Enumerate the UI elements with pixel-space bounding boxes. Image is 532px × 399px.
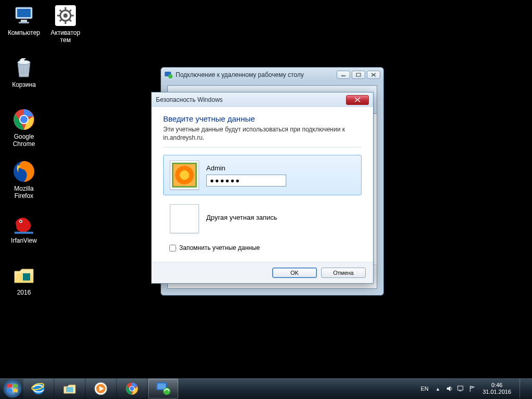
account-name: Admin [206,164,355,172]
show-desktop-button[interactable] [520,379,527,398]
date: 31.01.2016 [483,389,511,395]
rdp-icon [164,71,172,79]
desktop-icon-firefox[interactable]: Mozilla Firefox [4,159,44,200]
firefox-icon [11,159,36,184]
tray-chevron-icon[interactable]: ▴ [434,384,442,393]
svg-rect-22 [15,232,33,234]
remember-credentials[interactable]: Запомнить учетные данные [169,244,362,251]
taskbar: EN ▴ 0:46 31.01.2016 [0,378,532,399]
svg-rect-44 [157,383,166,389]
security-heading: Введите учетные данные [163,114,362,123]
svg-rect-2 [21,20,27,22]
svg-point-21 [20,221,22,222]
recycle-bin-icon [11,55,36,80]
taskbar-item-explorer[interactable] [55,379,85,398]
svg-rect-46 [458,386,463,390]
label: Корзина [4,81,44,88]
password-field[interactable] [206,175,286,187]
svg-rect-27 [356,73,361,76]
account-tile-admin[interactable]: Admin [163,155,362,195]
cancel-button[interactable]: Отмена [321,268,366,278]
remember-label: Запомнить учетные данные [179,244,260,251]
svg-rect-47 [459,391,461,391]
security-dialog: Безопасность Windows Введите учетные дан… [151,92,374,284]
remember-checkbox[interactable] [169,245,176,251]
label: Mozilla Firefox [4,185,44,200]
time: 0:46 [483,382,511,389]
label: Компьютер [4,29,44,36]
taskbar-item-chrome[interactable] [117,379,147,398]
svg-rect-23 [23,273,30,281]
computer-icon [11,3,36,28]
label: Активатор тем [46,29,85,44]
security-title-text: Безопасность Windows [156,96,223,103]
svg-point-15 [18,60,30,64]
svg-point-34 [4,380,21,397]
desktop-icon-folder-2016[interactable]: 2016 [4,263,44,296]
taskbar-item-wmp[interactable] [86,379,116,398]
flag-icon[interactable] [468,384,476,393]
system-tray: EN ▴ 0:46 31.01.2016 [419,379,530,398]
avatar [170,161,199,190]
network-icon[interactable] [457,384,465,393]
avatar [170,204,199,233]
language-indicator[interactable]: EN [419,384,431,393]
minimize-button[interactable] [337,71,350,79]
svg-rect-37 [66,387,73,392]
chrome-icon [11,107,36,132]
desktop-icon-recycle-bin[interactable]: Корзина [4,55,44,88]
label: Google Chrome [4,133,44,148]
irfanview-icon [11,211,36,236]
desktop-icon-chrome[interactable]: Google Chrome [4,107,44,148]
taskbar-item-rdp[interactable] [148,379,178,398]
desktop-icon-irfanview[interactable]: IrfanView [4,211,44,244]
security-subtext: Эти учетные данные будут использоваться … [163,125,362,148]
close-button[interactable] [367,71,380,79]
svg-rect-3 [19,22,29,23]
desktop-icon-activator[interactable]: Активатор тем [46,3,85,44]
flower-icon [172,163,197,188]
blank-avatar-icon [172,206,197,231]
rdp-title: Подключение к удаленному рабочему столу [176,71,335,78]
svg-point-14 [63,14,68,18]
security-titlebar[interactable]: Безопасность Windows [152,92,373,107]
clock[interactable]: 0:46 31.01.2016 [480,382,514,395]
other-account-label: Другая учетная запись [206,214,355,221]
start-button[interactable] [2,378,23,399]
label: IrfanView [4,237,44,244]
label: 2016 [4,289,44,296]
security-body: Введите учетные данные Эти учетные данны… [152,107,373,262]
volume-icon[interactable] [445,384,454,393]
svg-point-18 [20,116,28,123]
security-footer: OK Отмена [152,262,373,283]
svg-point-42 [130,387,134,391]
gear-icon [53,3,78,28]
maximize-button[interactable] [352,71,365,79]
folder-icon [11,263,36,288]
svg-rect-1 [17,9,31,17]
close-button[interactable] [346,95,369,105]
ok-button[interactable]: OK [272,268,317,278]
rdp-titlebar[interactable]: Подключение к удаленному рабочему столу [161,68,383,82]
desktop-icon-computer[interactable]: Компьютер [4,3,44,36]
account-tile-other[interactable]: Другая учетная запись [163,198,362,239]
svg-point-25 [168,74,172,78]
taskbar-item-ie[interactable] [23,379,54,398]
